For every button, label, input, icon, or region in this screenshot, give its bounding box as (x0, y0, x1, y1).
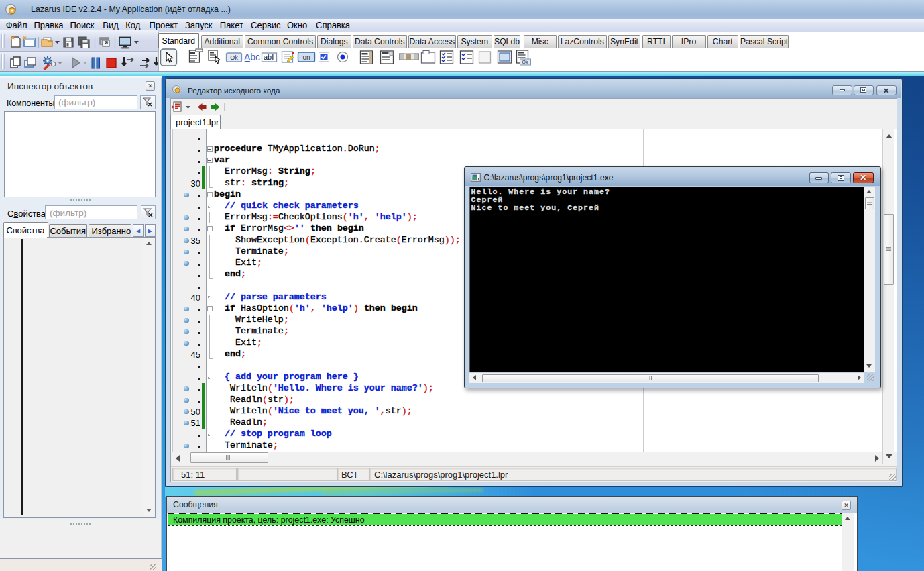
svg-text:abI: abI (264, 53, 274, 61)
svg-text:A̲bc: A̲bc (244, 52, 260, 62)
svg-text:on: on (302, 54, 310, 61)
svg-text:Ok: Ok (230, 54, 238, 61)
svg-text:Ok: Ok (522, 60, 528, 64)
